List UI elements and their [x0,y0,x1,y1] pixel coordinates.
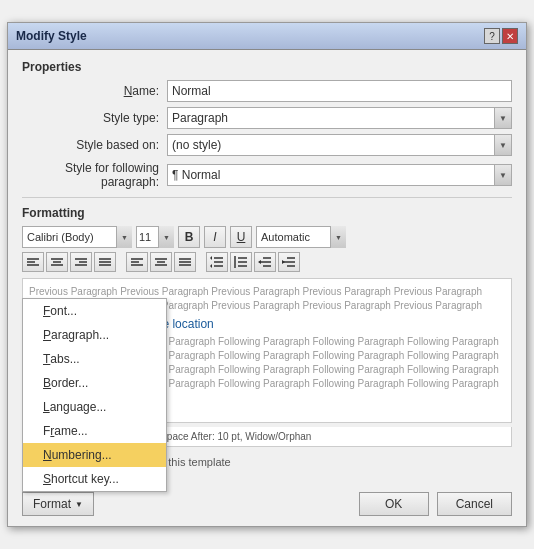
close-button[interactable]: ✕ [502,28,518,44]
align-center-button[interactable] [46,252,68,272]
preview-wrapper: Previous Paragraph Previous Paragraph Pr… [22,278,512,423]
style-following-label: Style for following paragraph: [22,161,167,189]
style-following-select-wrapper: ¶ Normal ▼ [167,164,512,186]
style-based-arrow[interactable]: ▼ [494,134,512,156]
dropdown-tabs[interactable]: Tabs... [23,347,166,371]
style-type-select-wrapper: Paragraph ▼ [167,107,512,129]
cancel-button[interactable]: Cancel [437,492,512,516]
align-center2-button[interactable] [150,252,172,272]
dropdown-numbering[interactable]: Numbering... [23,443,166,467]
indent-increase-button[interactable] [278,252,300,272]
style-type-select[interactable]: Paragraph [167,107,512,129]
underline-button[interactable]: U [230,226,252,248]
size-select-arrow[interactable]: ▼ [158,226,174,248]
font-select-wrapper: Calibri (Body) ▼ [22,226,132,248]
align-left-button[interactable] [22,252,44,272]
format-button[interactable]: Format ▼ [22,492,94,516]
style-type-row: Style type: Paragraph ▼ [22,107,512,129]
help-button[interactable]: ? [484,28,500,44]
align-right-button[interactable] [70,252,92,272]
name-input[interactable] [167,80,512,102]
dropdown-frame[interactable]: Frame... [23,419,166,443]
italic-button[interactable]: I [204,226,226,248]
align-left2-button[interactable] [126,252,148,272]
style-type-label: Style type: [22,111,167,125]
name-label: Name: [22,84,167,98]
dialog-body: Properties Name: Style type: Paragraph ▼… [8,50,526,486]
align-justify2-button[interactable] [174,252,196,272]
svg-marker-37 [282,260,285,264]
formatting-label: Formatting [22,206,512,220]
bold-button[interactable]: B [178,226,200,248]
size-select-wrapper: 11 ▼ [136,226,174,248]
style-type-arrow[interactable]: ▼ [494,107,512,129]
line-spacing-button[interactable] [206,252,228,272]
title-bar-controls: ? ✕ [484,28,518,44]
dropdown-shortcut[interactable]: Shortcut key... [23,467,166,491]
dialog-title: Modify Style [16,29,87,43]
indent-decrease-button[interactable] [254,252,276,272]
svg-marker-25 [210,264,212,268]
format-button-label: Format [33,497,71,511]
svg-marker-24 [210,256,212,260]
color-select-wrapper: Automatic ▼ [256,226,346,248]
align-justify-button[interactable] [94,252,116,272]
dropdown-paragraph[interactable]: Paragraph... [23,323,166,347]
divider-1 [22,197,512,198]
style-following-row: Style for following paragraph: ¶ Normal … [22,161,512,189]
title-bar: Modify Style ? ✕ [8,23,526,50]
color-select-arrow[interactable]: ▼ [330,226,346,248]
style-based-label: Style based on: [22,138,167,152]
font-toolbar-row: Calibri (Body) ▼ 11 ▼ B I U [22,226,512,248]
style-based-row: Style based on: (no style) ▼ [22,134,512,156]
style-following-select[interactable]: ¶ Normal [167,164,512,186]
style-based-select[interactable]: (no style) [167,134,512,156]
ok-cancel-group: OK Cancel [359,492,512,516]
svg-marker-33 [258,260,261,264]
font-select-arrow[interactable]: ▼ [116,226,132,248]
formatting-section: Formatting Calibri (Body) ▼ 11 ▼ [22,206,512,272]
dropdown-font[interactable]: Font... [23,299,166,323]
format-dropdown-menu: Font... Paragraph... Tabs... Border... L… [22,298,167,492]
align-toolbar-row [22,252,512,272]
dropdown-language[interactable]: Language... [23,395,166,419]
dropdown-border[interactable]: Border... [23,371,166,395]
modify-style-dialog: Modify Style ? ✕ Properties Name: Style … [7,22,527,527]
format-button-arrow: ▼ [75,500,83,509]
style-following-arrow[interactable]: ▼ [494,164,512,186]
format-btn-wrapper: Format ▼ [22,492,94,516]
bottom-bar: Format ▼ OK Cancel [8,486,526,526]
style-based-select-wrapper: (no style) ▼ [167,134,512,156]
para-spacing-button[interactable] [230,252,252,272]
properties-label: Properties [22,60,512,74]
ok-button[interactable]: OK [359,492,429,516]
name-row: Name: [22,80,512,102]
